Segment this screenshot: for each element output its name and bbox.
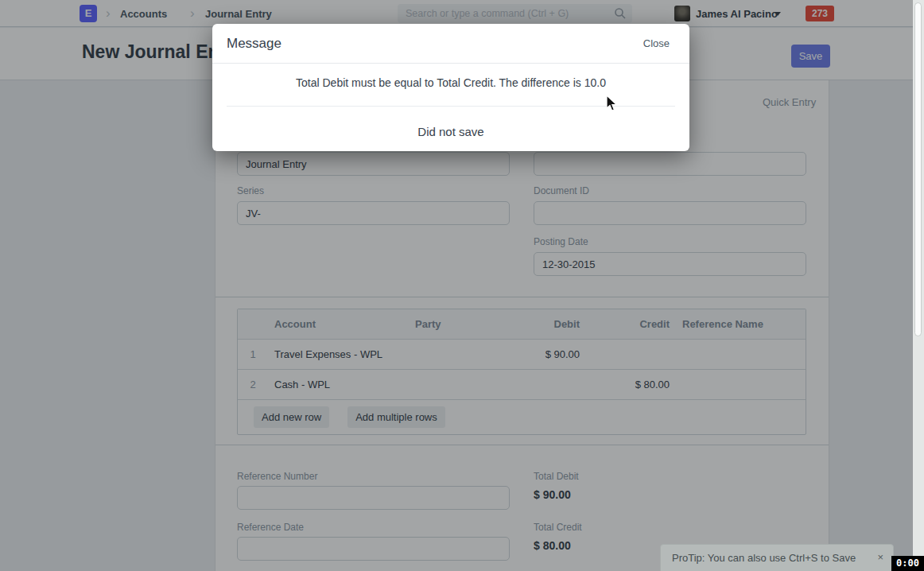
- toast-text: ProTip: You can also use Ctrl+S to Save: [672, 552, 856, 564]
- dialog-title: Message: [227, 36, 281, 52]
- mouse-cursor: [606, 95, 619, 112]
- close-icon[interactable]: ×: [877, 551, 883, 563]
- dialog-message: Total Debit must be equal to Total Credi…: [212, 76, 689, 89]
- scrollbar-thumb[interactable]: [914, 2, 922, 336]
- video-timer-overlay: 0:00: [891, 556, 924, 571]
- dialog-header: Message Close: [212, 24, 689, 64]
- scrollbar-track[interactable]: [913, 0, 924, 571]
- dialog-close-button[interactable]: Close: [643, 37, 670, 49]
- app-screen: E › Accounts › Journal Entry James Al Pa…: [0, 0, 924, 571]
- protip-toast: ProTip: You can also use Ctrl+S to Save …: [660, 544, 894, 571]
- dialog-status-text: Did not save: [212, 125, 689, 138]
- message-dialog: Message Close Total Debit must be equal …: [212, 24, 689, 151]
